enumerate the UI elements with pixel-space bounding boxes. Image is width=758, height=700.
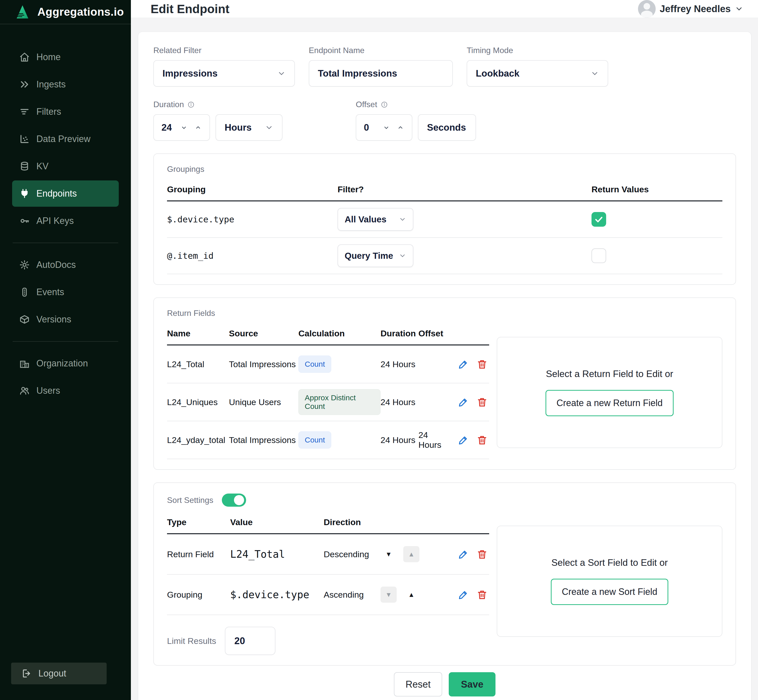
move-up-button[interactable]: ▲ bbox=[403, 546, 419, 562]
chevron-down-icon bbox=[466, 123, 467, 132]
return-fields-table-header: Name Source Calculation Duration Offset bbox=[167, 328, 489, 345]
grouping-filter-select[interactable]: Query Time bbox=[338, 244, 413, 267]
stepper-up-icon[interactable] bbox=[397, 124, 404, 131]
content-area: Related Filter Impressions Endpoint Name… bbox=[131, 18, 758, 700]
timing-row: Duration 24 Hours bbox=[153, 100, 736, 141]
sort-type: Return Field bbox=[167, 549, 230, 559]
edit-icon[interactable] bbox=[458, 589, 469, 600]
save-button[interactable]: Save bbox=[449, 672, 495, 697]
info-icon bbox=[188, 101, 195, 108]
chevron-down-icon bbox=[735, 5, 743, 13]
brand[interactable]: Aggregations.io bbox=[0, 0, 131, 24]
groupings-title: Groupings bbox=[167, 164, 722, 174]
edit-icon[interactable] bbox=[458, 548, 469, 560]
logout-label: Logout bbox=[38, 668, 66, 679]
grouping-filter-select[interactable]: All Values bbox=[338, 208, 413, 231]
column-grouping: Grouping bbox=[167, 184, 338, 194]
autodocs-icon bbox=[19, 259, 30, 270]
toggle-knob bbox=[234, 495, 244, 505]
column-offset: Offset bbox=[419, 328, 449, 338]
sidebar-item-ingests[interactable]: Ingests bbox=[12, 71, 119, 98]
create-return-field-button[interactable]: Create a new Return Field bbox=[545, 390, 674, 416]
delete-icon[interactable] bbox=[477, 589, 488, 600]
sidebar-item-users[interactable]: Users bbox=[12, 378, 119, 404]
offset-group: Offset 0 Seconds bbox=[356, 100, 476, 141]
return-values-checkbox[interactable] bbox=[591, 248, 606, 263]
delete-icon[interactable] bbox=[477, 359, 488, 370]
delete-icon[interactable] bbox=[477, 397, 488, 408]
versions-icon bbox=[19, 314, 30, 325]
edit-icon[interactable] bbox=[458, 359, 469, 370]
sidebar-spacer bbox=[0, 405, 131, 662]
sidebar-item-data-preview[interactable]: Data Preview bbox=[12, 126, 119, 152]
column-filter: Filter? bbox=[338, 184, 591, 194]
endpoint-name-input[interactable]: Total Impressions bbox=[309, 60, 453, 87]
offset-value: 0 bbox=[364, 122, 376, 133]
sidebar-item-home[interactable]: Home bbox=[12, 44, 119, 70]
limit-results-label: Limit Results bbox=[167, 636, 216, 646]
column-duration: Duration bbox=[381, 328, 419, 338]
sidebar-item-kv[interactable]: KV bbox=[12, 153, 119, 180]
column-direction: Direction bbox=[324, 517, 381, 527]
calculation-badge: Count bbox=[299, 431, 331, 448]
logout-button[interactable]: Logout bbox=[11, 662, 106, 684]
create-sort-field-button[interactable]: Create a new Sort Field bbox=[551, 579, 668, 605]
column-source: Source bbox=[229, 328, 299, 338]
offset-unit-select[interactable]: Seconds bbox=[418, 114, 476, 141]
move-down-button[interactable]: ▼ bbox=[381, 546, 397, 562]
return-field-duration: 24 Hours bbox=[381, 397, 419, 407]
edit-endpoint-card: Related Filter Impressions Endpoint Name… bbox=[138, 31, 752, 700]
endpoint-form-row: Related Filter Impressions Endpoint Name… bbox=[153, 46, 736, 87]
return-field-source: Total Impressions bbox=[229, 435, 299, 445]
sidebar-item-label: Organization bbox=[36, 358, 88, 369]
return-field-source: Total Impressions bbox=[229, 359, 299, 369]
sidebar-item-label: Events bbox=[36, 287, 64, 297]
duration-unit-select[interactable]: Hours bbox=[216, 114, 283, 141]
move-up-button[interactable]: ▲ bbox=[403, 586, 419, 603]
related-filter-select[interactable]: Impressions bbox=[153, 60, 295, 87]
sort-settings-toggle[interactable] bbox=[222, 494, 246, 507]
api-keys-icon bbox=[19, 216, 30, 226]
return-field-offset: 24 Hours bbox=[419, 430, 449, 450]
duration-group: Duration 24 Hours bbox=[153, 100, 283, 141]
groupings-table-header: Grouping Filter? Return Values bbox=[167, 184, 722, 202]
stepper-down-icon[interactable] bbox=[383, 124, 390, 131]
sidebar-item-endpoints[interactable]: Endpoints bbox=[12, 180, 119, 207]
sidebar-item-filters[interactable]: Filters bbox=[12, 98, 119, 125]
edit-icon[interactable] bbox=[458, 434, 469, 445]
sort-table-header: Type Value Direction bbox=[167, 517, 489, 534]
limit-results-input[interactable] bbox=[225, 627, 275, 655]
sort-settings-section: Sort Settings Type Value Direction bbox=[153, 483, 736, 666]
duration-label: Duration bbox=[153, 100, 184, 109]
sidebar-item-label: Home bbox=[36, 52, 61, 62]
return-values-checkbox[interactable] bbox=[591, 212, 606, 227]
sidebar-item-api-keys[interactable]: API Keys bbox=[12, 208, 119, 234]
grouping-path: $.device.type bbox=[167, 214, 338, 224]
reset-button[interactable]: Reset bbox=[394, 672, 442, 697]
brand-logo-icon bbox=[16, 5, 29, 19]
stepper-up-icon[interactable] bbox=[194, 124, 202, 131]
duration-value-stepper[interactable]: 24 bbox=[153, 114, 210, 141]
chevron-down-icon bbox=[277, 69, 286, 78]
brand-name: Aggregations.io bbox=[38, 6, 124, 18]
timing-mode-value: Lookback bbox=[476, 68, 519, 79]
sidebar-item-versions[interactable]: Versions bbox=[12, 306, 119, 333]
events-icon bbox=[19, 287, 30, 297]
delete-icon[interactable] bbox=[477, 548, 488, 560]
grouping-filter-value: Query Time bbox=[345, 251, 393, 261]
avatar bbox=[638, 0, 656, 18]
return-field-editor-panel: Select a Return Field to Edit or Create … bbox=[497, 337, 722, 448]
delete-icon[interactable] bbox=[477, 434, 488, 445]
move-down-button[interactable]: ▼ bbox=[381, 586, 397, 603]
sidebar-item-autodocs[interactable]: AutoDocs bbox=[12, 252, 119, 278]
user-menu[interactable]: Jeffrey Needles bbox=[638, 0, 743, 18]
related-filter-label: Related Filter bbox=[153, 46, 295, 55]
timing-mode-label: Timing Mode bbox=[467, 46, 608, 55]
sidebar-item-events[interactable]: Events bbox=[12, 279, 119, 305]
edit-icon[interactable] bbox=[458, 397, 469, 408]
offset-value-stepper[interactable]: 0 bbox=[356, 114, 413, 141]
sort-direction: Descending bbox=[324, 549, 381, 559]
sidebar-item-organization[interactable]: Organization bbox=[12, 350, 119, 377]
timing-mode-select[interactable]: Lookback bbox=[467, 60, 608, 87]
stepper-down-icon[interactable] bbox=[180, 124, 188, 131]
